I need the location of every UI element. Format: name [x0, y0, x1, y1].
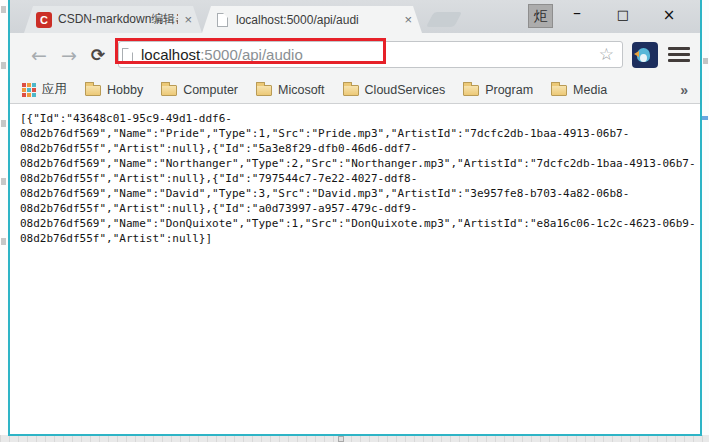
folder-icon [256, 85, 272, 96]
ime-indicator-badge[interactable]: 炬 [528, 4, 553, 28]
csdn-favicon-icon: C [36, 12, 52, 28]
apps-label: 应用 [42, 81, 67, 98]
apps-shortcut[interactable]: 应用 [22, 81, 67, 98]
maximize-button[interactable]: □ [600, 2, 646, 30]
minimize-button[interactable]: – [554, 2, 600, 30]
url-text: localhost:5000/api/audio [141, 46, 303, 63]
address-bar[interactable]: localhost:5000/api/audio ☆ [118, 41, 623, 68]
extension-bird-icon[interactable] [632, 42, 658, 68]
json-line: 08d2b76df55f","Artist":null},{"Id":"7975… [20, 171, 696, 186]
bookmark-folder-computer[interactable]: Computer [161, 83, 238, 97]
json-line: 08d2b76df569","Name":"David","Type":3,"S… [20, 186, 696, 201]
tab-localhost-api-audio[interactable]: localhost:5000/api/audi × [202, 6, 422, 33]
url-path: :5000/api/audio [200, 46, 303, 63]
close-button[interactable]: × [646, 2, 692, 30]
tab-title: CSDN-markdown编辑器 [58, 11, 178, 28]
bookmark-star-icon[interactable]: ☆ [599, 44, 614, 65]
apps-grid-icon [22, 83, 36, 97]
background-app-sliver-right [702, 0, 709, 442]
folder-icon [463, 85, 479, 96]
bookmark-label: Media [573, 83, 607, 97]
url-host: localhost [141, 46, 200, 63]
bookmarks-bar: 应用 Hobby Computer Micosoft CloudServices… [10, 76, 700, 104]
background-app-sliver-left [0, 0, 8, 442]
tab-csdn-markdown[interactable]: C CSDN-markdown编辑器 × [24, 6, 202, 33]
json-line: 08d2b76df569","Name":"Northanger","Type"… [20, 156, 696, 171]
bookmark-folder-micosoft[interactable]: Micosoft [256, 83, 325, 97]
json-line: [{"Id":"43648c01-95c9-49d1-ddf6- [20, 111, 696, 126]
tab-strip: C CSDN-markdown编辑器 × localhost:5000/api/… [10, 0, 700, 33]
tab-close-icon[interactable]: × [184, 13, 192, 26]
back-icon[interactable]: ← [24, 44, 54, 66]
bookmark-label: Computer [183, 83, 238, 97]
json-line: 08d2b76df569","Name":"DonQuixote","Type"… [20, 216, 696, 231]
bookmark-label: Hobby [107, 83, 143, 97]
json-line: 08d2b76df55f","Artist":null},{"Id":"5a3e… [20, 141, 696, 156]
folder-icon [551, 85, 567, 96]
background-ruler-strip [0, 435, 709, 442]
page-icon [122, 48, 133, 62]
browser-toolbar: ← → ⟳ localhost:5000/api/audio ☆ [10, 33, 700, 76]
bookmark-folder-cloudservices[interactable]: CloudServices [343, 83, 446, 97]
bookmark-folder-program[interactable]: Program [463, 83, 533, 97]
tab-close-icon[interactable]: × [404, 13, 412, 26]
page-favicon-icon [217, 13, 228, 27]
menu-hamburger-icon[interactable] [668, 47, 690, 62]
json-line: 08d2b76df55f","Artist":null}] [20, 231, 696, 246]
bookmark-label: Program [485, 83, 533, 97]
forward-icon[interactable]: → [54, 44, 84, 66]
bookmark-folder-hobby[interactable]: Hobby [85, 83, 143, 97]
folder-icon [343, 85, 359, 96]
ruler-marker [338, 436, 344, 442]
window-controls: – □ × [554, 2, 692, 30]
bookmark-label: Micosoft [278, 83, 325, 97]
bookmark-label: CloudServices [365, 83, 446, 97]
folder-icon [85, 85, 101, 96]
bookmarks-overflow-chevron-icon[interactable]: » [680, 82, 688, 98]
page-content: [{"Id":"43648c01-95c9-49d1-ddf6- 08d2b76… [10, 104, 700, 434]
json-line: 08d2b76df569","Name":"Pride","Type":1,"S… [20, 126, 696, 141]
reload-icon[interactable]: ⟳ [84, 45, 112, 65]
folder-icon [161, 85, 177, 96]
browser-window: C CSDN-markdown编辑器 × localhost:5000/api/… [8, 0, 702, 436]
bookmark-folder-media[interactable]: Media [551, 83, 607, 97]
new-tab-button[interactable] [426, 12, 462, 27]
json-line: 08d2b76df55f","Artist":null},{"Id":"a0d7… [20, 201, 696, 216]
tab-title: localhost:5000/api/audi [236, 13, 398, 27]
